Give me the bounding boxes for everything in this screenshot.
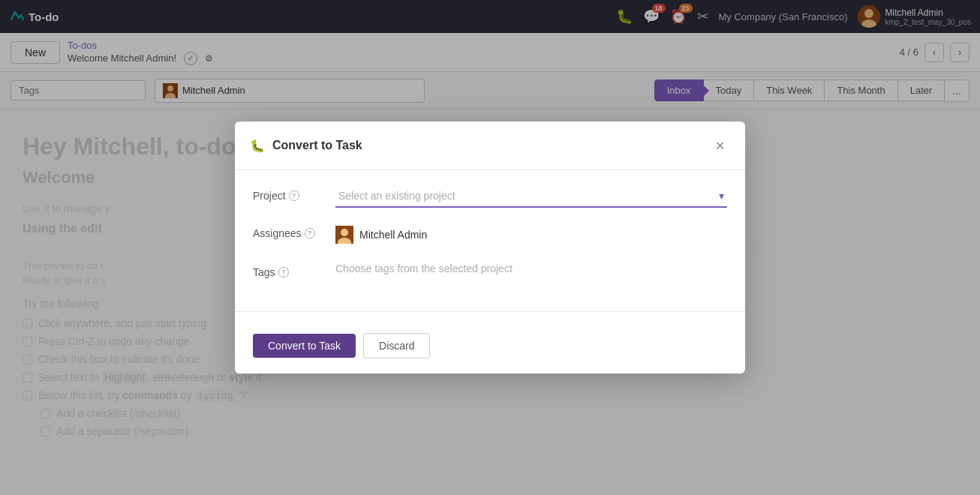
project-help-icon[interactable]: ? bbox=[289, 190, 299, 201]
project-select-placeholder: Select an existing project bbox=[338, 190, 455, 202]
assignee-name: Mitchell Admin bbox=[359, 229, 427, 241]
modal-body: Project ? Select an existing project ▾ A… bbox=[235, 170, 745, 308]
tags-label: Tags bbox=[253, 266, 275, 278]
project-label: Project bbox=[253, 190, 286, 202]
modal-assignees-field: Assignees ? Mitchell Admin bbox=[253, 223, 727, 247]
modal-footer: Convert to Task Discard bbox=[235, 324, 745, 374]
modal-wrapper: 🐛 Convert to Task ✕ Project ? Select an … bbox=[0, 0, 980, 495]
assignee-wrap: Mitchell Admin bbox=[335, 223, 727, 247]
convert-to-task-button[interactable]: Convert to Task bbox=[253, 334, 356, 358]
tags-help-icon[interactable]: ? bbox=[278, 267, 289, 278]
svg-point-7 bbox=[341, 229, 348, 236]
convert-to-task-modal: 🐛 Convert to Task ✕ Project ? Select an … bbox=[235, 122, 745, 374]
modal-header: 🐛 Convert to Task ✕ bbox=[235, 122, 745, 170]
modal-bug-icon: 🐛 bbox=[250, 139, 265, 153]
project-dropdown-arrow: ▾ bbox=[719, 190, 724, 202]
modal-close-button[interactable]: ✕ bbox=[709, 135, 730, 156]
discard-button[interactable]: Discard bbox=[363, 333, 430, 358]
modal-tags-field: Tags ? Choose tags from the selected pro… bbox=[253, 262, 727, 278]
modal-project-field: Project ? Select an existing project ▾ bbox=[253, 185, 727, 208]
assignees-label: Assignees bbox=[253, 227, 302, 239]
project-select[interactable]: Select an existing project ▾ bbox=[335, 185, 727, 208]
assignee-avatar bbox=[335, 226, 353, 244]
tags-placeholder: Choose tags from the selected project bbox=[335, 258, 513, 279]
modal-divider bbox=[235, 311, 745, 312]
assignees-help-icon[interactable]: ? bbox=[305, 228, 315, 238]
modal-title: Convert to Task bbox=[272, 139, 702, 152]
